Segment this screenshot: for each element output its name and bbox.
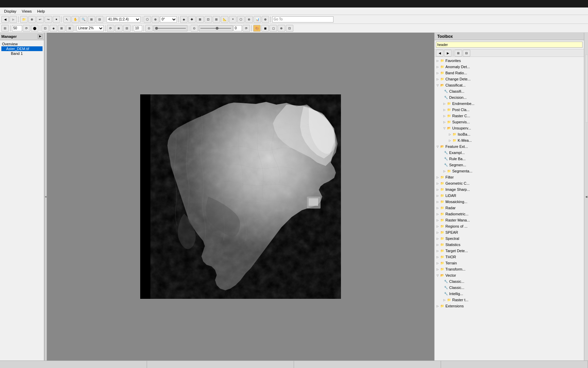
tx-feature-ext[interactable]: ▽ 📂 Feature Ext... — [435, 143, 583, 150]
tool-btn-4[interactable]: ↪ — [45, 16, 52, 23]
canvas-settings-icon[interactable]: ⚙ — [424, 36, 431, 43]
tx-target-detect[interactable]: ▷ 📁 Target Dete... — [435, 248, 583, 254]
tx-transform[interactable]: ▷ 📁 Transform... — [435, 266, 583, 272]
tx-extensions[interactable]: ▷ 📁 Extensions — [435, 303, 583, 309]
tx-classic1[interactable]: 🔧 Classic... — [435, 278, 583, 285]
tb2-btn1[interactable]: ⊟ — [1, 25, 9, 32]
stretch-select[interactable]: Linear 2% — [77, 25, 104, 31]
tool-btn-18[interactable]: ⬡ — [237, 16, 245, 23]
tree-item-overview[interactable]: Overview — [1, 42, 43, 46]
tool-btn-9[interactable]: ⊟ — [96, 16, 103, 23]
toolbox-back-btn[interactable]: ◀ — [436, 50, 443, 57]
tx-spear[interactable]: ▷ 📁 SPEAR — [435, 229, 583, 235]
toolbox-expand-btn[interactable]: ⊞ — [455, 50, 462, 57]
tx-example[interactable]: 🔧 Exampl... — [435, 150, 583, 156]
tb2-btn3[interactable]: ⬤ — [31, 25, 38, 32]
tree-item-dem[interactable]: Aster_DEM.tif — [1, 46, 43, 51]
tx-intelligent[interactable]: 🔧 Intellig... — [435, 291, 583, 297]
forward-button[interactable]: ▶ — [10, 16, 17, 23]
contrast-slider[interactable] — [199, 25, 233, 31]
zoom-select[interactable]: 41.0% (1:2.4) — [107, 16, 141, 22]
tx-filter[interactable]: ▷ 📁 Filter — [435, 174, 583, 180]
tool-btn-2[interactable]: ⊕ — [28, 16, 36, 23]
tb2-btn5[interactable]: ◈ — [50, 25, 57, 32]
tx-supervised[interactable]: ▷ 📁 Supervis... — [435, 119, 583, 125]
tx-vector[interactable]: ▽ 📂 Vector — [435, 272, 583, 278]
stretch-value-input[interactable] — [134, 25, 142, 31]
menu-display[interactable]: Display — [1, 9, 19, 14]
tree-item-band1[interactable]: Band 1 — [1, 51, 43, 56]
tx-statistics[interactable]: ▷ 📁 Statistics — [435, 242, 583, 248]
tx-regions[interactable]: ▷ 📁 Regions of ... — [435, 223, 583, 229]
tx-endmember[interactable]: ▷ 📁 Endmembe... — [435, 101, 583, 107]
canvas-area[interactable]: ⚙ — [47, 33, 434, 361]
tx-classic2[interactable]: 🔧 Classic... — [435, 285, 583, 291]
tb2-btn14[interactable]: ◼ — [261, 25, 269, 32]
tx-rule-based[interactable]: 🔧 Rule Ba... — [435, 156, 583, 162]
tb2-btn6[interactable]: ⊞ — [58, 25, 65, 32]
tool-btn-5[interactable]: ✦ — [53, 16, 60, 23]
tx-band-ratio[interactable]: ▷ 📁 Band Ratio... — [435, 70, 583, 76]
tx-post-class[interactable]: ▷ 📁 Post Cla... — [435, 107, 583, 113]
tool-btn-15[interactable]: ⊡ — [205, 16, 212, 23]
toolbox-collapse-btn[interactable]: ⊟ — [463, 50, 470, 57]
tx-geometric[interactable]: ▷ 📁 Geometric C... — [435, 180, 583, 186]
color-btn[interactable]: 🎨 — [253, 25, 261, 32]
tx-segmenta[interactable]: ▷ 📁 Segmenta... — [435, 168, 583, 174]
tx-image-sharp[interactable]: ▷ 📁 Image Sharp... — [435, 186, 583, 193]
tb2-btn8[interactable]: ⟳ — [107, 25, 114, 32]
tx-decision[interactable]: 🔧 Decision... — [435, 94, 583, 101]
brightness-slider[interactable] — [153, 25, 187, 31]
tx-kmeans[interactable]: ▷ 📁 K-Mea... — [435, 137, 583, 143]
tb2-btn16[interactable]: ⊕ — [278, 25, 285, 32]
tx-raster-t[interactable]: ▷ 📁 Raster t... — [435, 297, 583, 303]
tool-btn-10[interactable]: ⬡ — [144, 16, 151, 23]
tool-btn-17[interactable]: ⌖ — [229, 16, 236, 23]
tx-favorites[interactable]: ▷ 📁 Favorites — [435, 58, 583, 64]
tool-btn-3[interactable]: ↩ — [36, 16, 44, 23]
tb2-btn17[interactable]: ⊡ — [286, 25, 293, 32]
tx-anomaly[interactable]: ▷ 📁 Anomaly Det... — [435, 64, 583, 70]
tool-btn-12[interactable]: ◈ — [180, 16, 187, 23]
measure-btn[interactable]: 📐 — [221, 16, 228, 23]
rotation-value-input[interactable] — [233, 25, 242, 31]
toolbox-search-input[interactable] — [436, 42, 583, 48]
toolbox-fwd-btn[interactable]: ▶ — [444, 50, 452, 57]
tx-classifi[interactable]: 🔧 Classifi... — [435, 88, 583, 94]
tb2-btn15[interactable]: ◻ — [270, 25, 277, 32]
tx-mosaic[interactable]: ▷ 📁 Mosaicking... — [435, 199, 583, 205]
menu-help[interactable]: Help — [34, 9, 48, 14]
zoom-btn[interactable]: 🔍 — [80, 16, 87, 23]
tx-change-detect[interactable]: ▷ 📁 Change Dete... — [435, 76, 583, 82]
tx-lidar[interactable]: ▷ 📁 LiDAR — [435, 193, 583, 199]
tx-terrain[interactable]: ▷ 📁 Terrain — [435, 260, 583, 266]
tx-classification[interactable]: ▽ 📂 Classificat... — [435, 82, 583, 88]
tx-raster-mana[interactable]: ▷ 📁 Raster Mana... — [435, 217, 583, 223]
fps-input[interactable] — [12, 25, 22, 31]
tool-btn-16[interactable]: ⊞ — [213, 16, 220, 23]
rotation-select[interactable]: 0° — [160, 16, 177, 22]
manager-close-btn[interactable]: ▶ — [38, 34, 43, 39]
tool-btn-19[interactable]: ⊛ — [245, 16, 253, 23]
back-button[interactable]: ◀ — [1, 16, 9, 23]
pan-btn[interactable]: ✋ — [71, 16, 79, 23]
tx-radiometric[interactable]: ▷ 📁 Radiometric... — [435, 211, 583, 217]
menu-views[interactable]: Views — [19, 9, 34, 14]
tb2-btn10[interactable]: ⊟ — [123, 25, 131, 32]
panel-resize-handle[interactable] — [44, 33, 47, 361]
tx-isoba[interactable]: ▷ 📁 IsoBa... — [435, 131, 583, 137]
manager-scrollbar[interactable] — [585, 55, 588, 123]
tool-btn-14[interactable]: ⊠ — [196, 16, 204, 23]
profile-btn[interactable]: 📊 — [254, 16, 261, 23]
tx-spectral[interactable]: ▷ 📁 Spectral — [435, 235, 583, 242]
tool-btn-11[interactable]: ⊕ — [152, 16, 159, 23]
tb2-btn7[interactable]: ⊠ — [66, 25, 74, 32]
tb2-btn13[interactable]: ⟳ — [243, 25, 250, 32]
tb2-btn11[interactable]: ⊙ — [145, 25, 153, 32]
select-btn[interactable]: ↖ — [63, 16, 71, 23]
open-button[interactable]: 📁 — [20, 16, 28, 23]
tb2-btn12[interactable]: ⊙ — [191, 25, 198, 32]
tx-thor[interactable]: ▷ 📁 THOR — [435, 254, 583, 260]
tb2-btn2[interactable]: ⟳ — [23, 25, 30, 32]
tool-btn-8[interactable]: ⊞ — [88, 16, 95, 23]
